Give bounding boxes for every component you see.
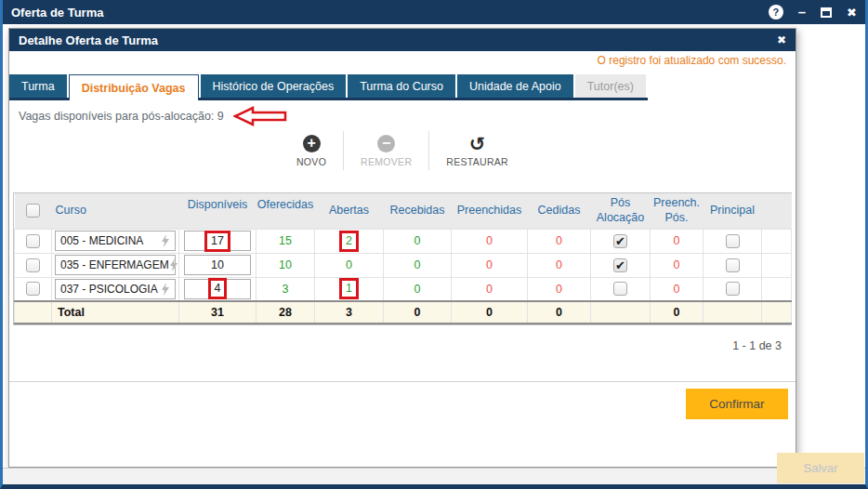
cell-cedidas: 0 bbox=[528, 253, 591, 277]
col-header-pos_alocacao: Pós Alocação bbox=[591, 193, 651, 229]
col-header-select bbox=[15, 193, 52, 229]
save-button[interactable]: Salvar bbox=[777, 453, 864, 483]
row-select-checkbox[interactable] bbox=[26, 282, 40, 296]
lightning-bolt-icon bbox=[169, 258, 178, 271]
cell-oferecidas: 15 bbox=[256, 229, 315, 253]
value-oferecidas: 3 bbox=[283, 283, 289, 296]
total-cell-preench_pos: 0 bbox=[651, 301, 704, 324]
cell-select bbox=[15, 253, 52, 277]
total-cell-preenchidas: 0 bbox=[452, 301, 528, 324]
cell-curso: 035 - ENFERMAGEM bbox=[52, 253, 179, 277]
col-header-preench_pos: Preench. Pós. bbox=[651, 193, 704, 229]
confirm-button[interactable]: Confirmar bbox=[686, 389, 788, 419]
principal-checkbox[interactable] bbox=[726, 258, 740, 272]
value-recebidas: 0 bbox=[414, 283, 421, 296]
value-cedidas: 0 bbox=[556, 283, 562, 296]
total-cell-curso: Total bbox=[52, 301, 179, 324]
help-icon[interactable]: ? bbox=[769, 5, 783, 20]
col-header-recebidas: Recebidas bbox=[384, 193, 452, 229]
lightning-bolt-icon bbox=[161, 283, 170, 296]
distribution-table-wrap: CursoDisponíveisOferecidasAbertasRecebid… bbox=[13, 192, 792, 325]
restore-icon: ↺ bbox=[469, 135, 486, 152]
red-annotation-box: 4 bbox=[208, 278, 228, 299]
modal-detalhe-oferta: Detalhe Oferta de Turma ✖ O registro foi… bbox=[8, 28, 796, 468]
total-row: Total312830000 bbox=[15, 301, 792, 324]
total-cell-disponiveis: 31 bbox=[179, 301, 256, 324]
cell-recebidas: 0 bbox=[384, 253, 452, 277]
cell-preenchidas: 0 bbox=[452, 277, 528, 301]
cell-disponiveis: 10 bbox=[179, 253, 256, 277]
tab-turma[interactable]: Turma bbox=[9, 74, 67, 98]
col-header-cedidas: Cedidas bbox=[528, 193, 591, 229]
minus-icon: − bbox=[377, 135, 395, 152]
cell-preenchidas: 0 bbox=[452, 253, 528, 277]
cell-select bbox=[15, 277, 52, 301]
value-preench_pos: 0 bbox=[674, 258, 680, 271]
row-select-checkbox[interactable] bbox=[26, 258, 40, 272]
row-select-checkbox[interactable] bbox=[26, 234, 40, 248]
success-message: O registro foi atualizado com sucesso. bbox=[9, 51, 796, 69]
cell-principal bbox=[704, 253, 762, 277]
select-all-checkbox[interactable] bbox=[26, 204, 40, 218]
cell-preench_pos: 0 bbox=[651, 253, 704, 277]
value-abertas: 1 bbox=[346, 282, 352, 295]
disponiveis-input[interactable]: 17 bbox=[184, 231, 251, 251]
window-footer bbox=[3, 468, 865, 484]
lightning-bolt-icon bbox=[161, 234, 170, 247]
total-cell-pos_alocacao bbox=[591, 301, 651, 324]
maximize-icon[interactable] bbox=[821, 7, 832, 18]
input-value: 10 bbox=[211, 258, 224, 271]
course-cell: 035 - ENFERMAGEM bbox=[55, 255, 176, 275]
window-oferta-de-turma: Oferta de Turma ? – ✖ Detalhe Oferta de … bbox=[0, 0, 868, 489]
total-cell-abertas: 3 bbox=[315, 301, 384, 324]
cell-pos_alocacao: ✔ bbox=[591, 229, 651, 253]
toolbar-button-novo[interactable]: +NOVO bbox=[283, 128, 339, 173]
toolbar-button-restaurar[interactable]: ↺RESTAURAR bbox=[433, 128, 521, 173]
cell-select bbox=[15, 229, 52, 253]
disponiveis-input[interactable]: 10 bbox=[184, 255, 251, 275]
tab-turma-do-curso[interactable]: Turma do Curso bbox=[348, 74, 455, 98]
cell-disponiveis: 4 bbox=[179, 277, 256, 301]
distribution-table: CursoDisponíveisOferecidasAbertasRecebid… bbox=[14, 193, 792, 324]
pos_alocacao-checkbox[interactable]: ✔ bbox=[613, 258, 627, 272]
cell-recebidas: 0 bbox=[384, 229, 452, 253]
course-name: 005 - MEDICINA bbox=[60, 234, 143, 247]
course-name: 035 - ENFERMAGEM bbox=[60, 258, 169, 271]
cell-principal bbox=[704, 229, 762, 253]
table-head: CursoDisponíveisOferecidasAbertasRecebid… bbox=[15, 193, 792, 229]
window-controls: ? – ✖ bbox=[769, 5, 857, 20]
total-cell-filler bbox=[762, 301, 792, 324]
cell-curso: 005 - MEDICINA bbox=[52, 229, 179, 253]
toolbar-button-remover: −REMOVER bbox=[348, 128, 425, 173]
total-cell-recebidas: 0 bbox=[384, 301, 452, 324]
cell-oferecidas: 10 bbox=[256, 253, 315, 277]
minimize-icon[interactable]: – bbox=[798, 7, 806, 17]
cell-abertas: 2 bbox=[315, 229, 384, 253]
principal-checkbox[interactable] bbox=[726, 234, 740, 248]
course-name: 037 - PSICOLOGIA bbox=[60, 283, 158, 296]
cell-pos_alocacao: ✔ bbox=[591, 253, 651, 277]
value-preenchidas: 0 bbox=[486, 234, 493, 247]
toolbar-separator bbox=[343, 131, 344, 170]
cell-curso: 037 - PSICOLOGIA bbox=[52, 277, 179, 301]
close-icon[interactable]: ✖ bbox=[847, 6, 857, 20]
pos_alocacao-checkbox[interactable] bbox=[613, 282, 627, 296]
total-cell-principal bbox=[704, 301, 762, 324]
modal-close-icon[interactable]: ✖ bbox=[777, 33, 786, 46]
tab-unidade-de-apoio[interactable]: Unidade de Apoio bbox=[457, 74, 573, 98]
principal-checkbox[interactable] bbox=[726, 282, 740, 296]
cell-abertas: 0 bbox=[315, 253, 384, 277]
total-cell-oferecidas: 28 bbox=[256, 301, 315, 324]
disponiveis-input[interactable]: 4 bbox=[184, 279, 251, 299]
cell-abertas: 1 bbox=[315, 277, 384, 301]
cell-pos_alocacao bbox=[591, 277, 651, 301]
tab-hist-rico-de-opera-es[interactable]: Histórico de Operações bbox=[201, 74, 347, 98]
total-cell-cedidas: 0 bbox=[528, 301, 591, 324]
tab-distribui-o-vagas[interactable]: Distribuição Vagas bbox=[69, 74, 199, 100]
value-preench_pos: 0 bbox=[674, 234, 680, 247]
pos_alocacao-checkbox[interactable]: ✔ bbox=[613, 234, 627, 248]
total-cell-select bbox=[15, 301, 52, 324]
info-line: Vagas disponíveis para pós-alocação: 9 bbox=[19, 106, 796, 126]
value-preench_pos: 0 bbox=[674, 283, 680, 296]
cell-principal bbox=[704, 277, 762, 301]
